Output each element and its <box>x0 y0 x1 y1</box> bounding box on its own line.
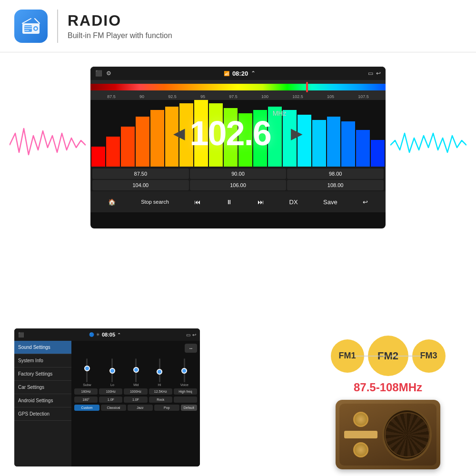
freq-marker <box>306 82 308 92</box>
fm-bubbles-container: FM1 FM2 FM3 <box>331 336 446 376</box>
eq-btn-pop[interactable]: Pop <box>154 405 179 411</box>
main-content: ⬛ ⚙ 📶 08:20 ⌃ ▭ ↩ 87.5 90 92.5 95 97.5 <box>0 52 476 476</box>
svg-rect-6 <box>24 26 32 27</box>
freq-track <box>90 84 386 90</box>
home-button[interactable]: 🏠 <box>108 198 116 206</box>
freq-left-arrow[interactable]: ◀ <box>173 124 185 142</box>
svg-rect-8 <box>24 30 29 31</box>
preset-8750[interactable]: 87.50 <box>92 169 189 179</box>
menu-factory-settings[interactable]: Factory Settings <box>14 367 71 381</box>
save-button[interactable]: Save <box>323 198 337 206</box>
menu-sound-settings[interactable]: Sound Settings <box>14 341 71 354</box>
slider-track-subw[interactable] <box>86 358 88 382</box>
eq-btn-160hz[interactable]: 160Hz <box>74 388 98 395</box>
settings-content: ↔ Subw Lo <box>71 341 200 466</box>
menu-system-info[interactable]: System Info <box>14 354 71 367</box>
slider-thumb-hi <box>157 369 162 375</box>
preset-10600[interactable]: 106.00 <box>190 180 287 190</box>
eq-btn-1000hz[interactable]: 1000Hz <box>124 388 147 395</box>
eq-btn-125khz[interactable]: 12.5KHz <box>149 388 172 395</box>
menu-car-settings[interactable]: Car Settings <box>14 381 71 394</box>
freq-unit: MHz <box>273 109 287 117</box>
expand-icon: ⌃ <box>251 70 256 77</box>
slider-mid: Mid <box>133 358 139 387</box>
settings-screen: ⬛ 🔵 ✳ 08:05 ⌃ ▭ ↩ Sound Settings System … <box>14 328 200 466</box>
freq-label-100: 100 <box>261 94 268 99</box>
status-center: 📶 08:20 ⌃ <box>224 70 256 77</box>
eq-row-1: 160Hz 100Hz 1000Hz 12.5KHz High freq <box>74 388 197 395</box>
eq-btn-rock[interactable]: Rock <box>149 397 172 403</box>
stop-search-button[interactable]: Stop search <box>141 199 169 205</box>
freq-display: 102.6 <box>190 114 271 153</box>
freq-right-arrow[interactable]: ▶ <box>291 124 303 142</box>
freq-label-875: 87.5 <box>107 94 116 99</box>
speaker-dial-bottom <box>353 442 368 457</box>
eq-btn-100hz[interactable]: 100Hz <box>99 388 122 395</box>
settings-bt-icon: 🔵 <box>89 332 94 337</box>
wave-right <box>390 126 466 164</box>
speaker-grille <box>382 408 432 461</box>
preset-10400[interactable]: 104.00 <box>92 180 189 190</box>
eq-btn-empty <box>174 397 197 403</box>
radio-icon-box <box>14 10 48 43</box>
settings-icon: ⚙ <box>106 70 111 77</box>
slider-track-hi[interactable] <box>159 358 160 382</box>
slider-track-voice[interactable] <box>184 358 185 382</box>
slider-subw: Subw <box>83 358 91 387</box>
slider-track-mid[interactable] <box>135 358 137 382</box>
menu-gps-detection[interactable]: GPS Detection <box>14 407 71 421</box>
eq-btn-180deg[interactable]: 180° <box>74 397 98 403</box>
svg-point-3 <box>35 27 37 30</box>
top-status-bar: ⬛ ⚙ 📶 08:20 ⌃ ▭ ↩ <box>90 67 386 80</box>
preset-10800[interactable]: 108.00 <box>287 180 384 190</box>
preset-9000[interactable]: 90.00 <box>190 169 287 179</box>
fm-connector-lines <box>328 344 447 368</box>
settings-time: 08:05 <box>102 332 115 337</box>
slider-track-lo[interactable] <box>111 358 113 382</box>
menu-android-settings[interactable]: Android Settings <box>14 394 71 407</box>
signal-icon: 📶 <box>224 71 229 76</box>
back-button[interactable]: ↩ <box>363 198 368 206</box>
svg-line-5 <box>35 19 40 23</box>
radio-speaker <box>336 400 440 469</box>
speaker-dial-top <box>353 412 368 427</box>
eq-btn-jazz[interactable]: Jazz <box>128 405 153 411</box>
radio-icon <box>20 15 42 38</box>
window-icon: ▭ <box>368 70 373 77</box>
settings-status-bar: ⬛ 🔵 ✳ 08:05 ⌃ ▭ ↩ <box>14 328 200 341</box>
prev-button[interactable]: ⏮ <box>194 198 200 206</box>
frequency-bar[interactable]: 87.5 90 92.5 95 97.5 100 102.5 105 107.5 <box>90 80 386 100</box>
eq-btn-1f-1[interactable]: 1.0F <box>99 397 122 403</box>
play-pause-button[interactable]: ⏸ <box>226 198 232 206</box>
settings-back-nav-icon: ↩ <box>192 332 196 337</box>
slider-label-voice: Voice <box>180 383 188 387</box>
stereo-button[interactable]: ↔ <box>185 344 197 353</box>
freq-labels: 87.5 90 92.5 95 97.5 100 102.5 105 107.5 <box>90 94 386 99</box>
fm-frequency-range: 87.5-108MHz <box>354 381 422 394</box>
speaker-inner <box>339 404 436 466</box>
eq-btn-highfreq[interactable]: High freq <box>174 388 197 395</box>
freq-unit-container: MHz <box>273 109 287 117</box>
eq-btn-classical[interactable]: Classical <box>101 405 126 411</box>
page-title: RADIO <box>68 12 172 30</box>
page-subtitle: Built-in FM Player with function <box>68 31 172 40</box>
preset-9800[interactable]: 98.00 <box>287 169 384 179</box>
freq-label-90: 90 <box>139 94 144 99</box>
radio-screen: ⬛ ⚙ 📶 08:20 ⌃ ▭ ↩ 87.5 90 92.5 95 97.5 <box>90 67 386 228</box>
next-button[interactable]: ⏭ <box>258 198 264 206</box>
control-bar: 🏠 Stop search ⏮ ⏸ ⏭ DX Save ↩ <box>90 191 386 212</box>
eq-btn-default[interactable]: Default <box>181 405 197 411</box>
header-divider <box>57 10 58 43</box>
eq-btn-1f-2[interactable]: 1.0F <box>124 397 147 403</box>
speaker-controls <box>344 412 377 457</box>
freq-label-105: 105 <box>327 94 334 99</box>
speaker-display <box>344 431 377 438</box>
wave-left <box>10 126 86 164</box>
status-left-icons: ⬛ ⚙ <box>95 70 111 77</box>
svg-line-4 <box>22 19 31 23</box>
slider-voice: Voice <box>180 358 188 387</box>
settings-window-icon: ▭ <box>186 332 190 337</box>
page-header: RADIO Built-in FM Player with function <box>0 0 476 52</box>
eq-btn-custom[interactable]: Custom <box>74 405 99 411</box>
dx-button[interactable]: DX <box>289 198 298 206</box>
